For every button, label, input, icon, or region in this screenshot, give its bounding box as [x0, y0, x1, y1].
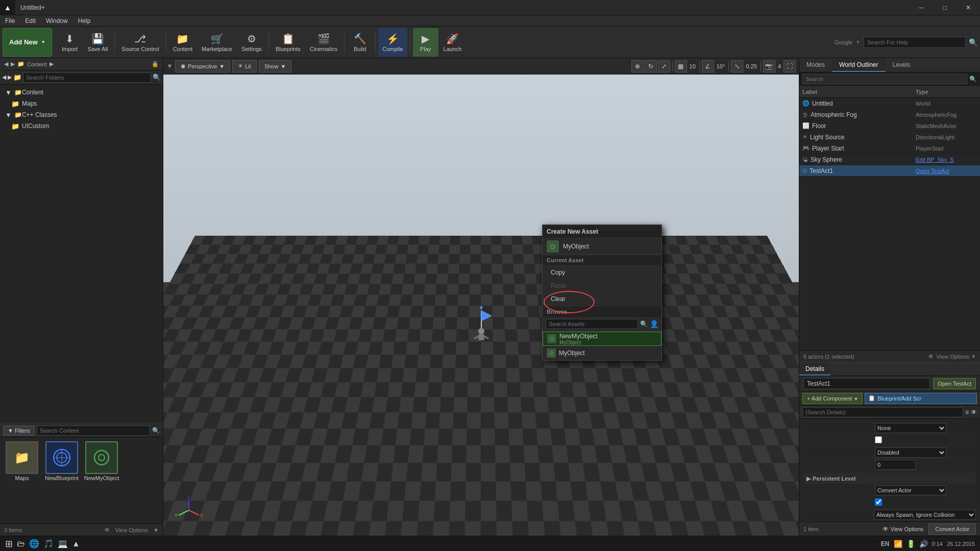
- outliner-row-sky[interactable]: 🌤 Sky Sphere Edit BP_Sky_S: [799, 154, 980, 165]
- outliner-row-light[interactable]: ☀ Light Source DirectionalLight: [799, 132, 980, 143]
- row-type-sky[interactable]: Edit BP_Sky_S: [916, 157, 977, 163]
- scale-snap-btn[interactable]: ⤡: [731, 60, 743, 72]
- menu-window[interactable]: Window: [41, 15, 73, 26]
- blueprint-add-script-button[interactable]: 📋 Blueprint/Add Scr: [865, 393, 977, 404]
- cm-asset-row[interactable]: ⊙ MyObject: [543, 238, 662, 255]
- content-item-myobject[interactable]: NewMyObject: [84, 441, 119, 481]
- grid-snap-btn[interactable]: ▦: [675, 60, 687, 72]
- cm-user-icon[interactable]: 👤: [650, 320, 658, 328]
- spawn-dropdown[interactable]: Always Spawn, Ignore Collision: [874, 510, 976, 520]
- scale-tool[interactable]: ⤢: [658, 60, 670, 72]
- actor-name-input[interactable]: [803, 378, 930, 389]
- content-item-blueprint[interactable]: NewBlueprint: [44, 441, 80, 481]
- minimize-button[interactable]: ─: [910, 0, 933, 15]
- camera-speed-btn[interactable]: 📷: [763, 60, 775, 72]
- row-type-testact[interactable]: Open TestAct: [916, 168, 977, 174]
- source-control-button[interactable]: ⎇ Source Control: [117, 28, 163, 57]
- cm-asset-newmyobject[interactable]: ⊙ NewMyObject MyObject: [543, 332, 662, 346]
- open-testact-button[interactable]: Open TestAct: [933, 378, 976, 389]
- play-button[interactable]: ▶ Play: [413, 28, 438, 57]
- folder-item-content[interactable]: ▼ 📁 Content: [0, 87, 163, 98]
- folder-back-icon[interactable]: ◀: [2, 74, 6, 81]
- view-options[interactable]: View Options: [115, 527, 149, 533]
- maximize-button[interactable]: □: [933, 0, 957, 15]
- tab-world-outliner[interactable]: World Outliner: [832, 58, 885, 72]
- search-help-icon[interactable]: 🔍: [969, 38, 977, 46]
- folder-search-icon[interactable]: 🔍: [153, 73, 161, 81]
- details-search-input[interactable]: [802, 407, 963, 417]
- cm-copy[interactable]: Copy: [543, 266, 662, 279]
- translate-tool[interactable]: ⊕: [631, 60, 644, 72]
- details-view-eye[interactable]: 👁: [883, 525, 889, 533]
- tab-details[interactable]: Details: [799, 363, 830, 375]
- back-icon[interactable]: ◀: [4, 61, 8, 67]
- cm-search-input[interactable]: [546, 319, 638, 329]
- convert-actor-button[interactable]: Convert Actor: [928, 523, 976, 535]
- cm-clear[interactable]: Clear: [543, 292, 662, 306]
- compile-button[interactable]: ⚡ Compile: [378, 28, 407, 57]
- outliner-row-fog[interactable]: 🌫 Atmospheric Fog AtmosphericFog: [799, 109, 980, 120]
- menu-help[interactable]: Help: [73, 15, 96, 26]
- content-button[interactable]: 📁 Content: [169, 28, 197, 57]
- content-search-icon[interactable]: 🔍: [152, 427, 160, 434]
- viewport-canvas[interactable]: X Y Z: [163, 74, 799, 536]
- detail-input-zero[interactable]: [875, 460, 916, 470]
- cm-search-icon[interactable]: 🔍: [640, 320, 648, 328]
- outliner-search-icon[interactable]: 🔍: [969, 76, 977, 83]
- forward-icon[interactable]: ▶: [11, 61, 15, 67]
- angle-snap-btn[interactable]: ∠: [702, 60, 714, 72]
- none-dropdown[interactable]: None: [875, 423, 946, 433]
- code-icon[interactable]: 💻: [58, 539, 68, 548]
- outliner-search-input[interactable]: [802, 74, 967, 84]
- add-new-button[interactable]: Add New ▼: [3, 28, 52, 57]
- launch-button[interactable]: 🚀 Launch: [439, 28, 466, 57]
- outliner-view-options[interactable]: View Options: [936, 354, 969, 360]
- cm-asset-myobject[interactable]: ⊙ MyObject: [543, 346, 662, 360]
- details-list-icon[interactable]: ≡: [965, 409, 969, 416]
- tab-modes[interactable]: Modes: [799, 58, 832, 72]
- disabled-dropdown[interactable]: Disabled: [875, 447, 946, 458]
- details-eye-icon[interactable]: 👁: [971, 409, 977, 416]
- ue4-icon[interactable]: ▲: [72, 539, 80, 548]
- close-button[interactable]: ✕: [957, 0, 980, 15]
- content-search-input[interactable]: [37, 425, 150, 436]
- rotate-tool[interactable]: ↻: [645, 60, 657, 72]
- cinematics-button[interactable]: 🎬 Cinematics: [306, 28, 341, 57]
- marketplace-button[interactable]: 🛒 Marketplace: [198, 28, 236, 57]
- outliner-row-floor[interactable]: ⬜ Floor StaticMeshActor: [799, 120, 980, 132]
- section-header-persistent[interactable]: ▶ Persistent Level: [803, 473, 976, 484]
- outliner-row-testact[interactable]: ⊙ TestAct1 Open TestAct: [799, 165, 980, 177]
- add-component-button[interactable]: + Add Component ▼: [802, 393, 863, 404]
- content-item-maps[interactable]: 📁 Maps: [4, 441, 40, 481]
- outliner-row-playerstart[interactable]: 🎮 Player Start PlayerStart: [799, 143, 980, 154]
- menu-file[interactable]: File: [0, 15, 20, 26]
- menu-edit[interactable]: Edit: [20, 15, 41, 26]
- folder-forward-icon[interactable]: ▶: [8, 74, 12, 81]
- folder-home-icon[interactable]: 📁: [13, 73, 21, 81]
- filters-button[interactable]: ▼ Filters: [3, 425, 35, 436]
- lock-icon[interactable]: 🔒: [152, 61, 159, 67]
- folder-search-input[interactable]: [23, 72, 151, 83]
- detail-checkbox[interactable]: [875, 436, 882, 443]
- viewport[interactable]: ▼ ◉ Perspective ▼ ☀ Lit Show ▼ ⊕ ↻ ⤢ ▦ 1…: [163, 58, 799, 536]
- vp-toggle[interactable]: ▼: [166, 62, 173, 70]
- search-help-input[interactable]: [864, 37, 966, 48]
- convert-actor-dropdown[interactable]: Convert Actor: [875, 485, 946, 495]
- perspective-button[interactable]: ◉ Perspective ▼: [175, 60, 230, 72]
- save-all-button[interactable]: 💾 Save All: [84, 28, 112, 57]
- start-button[interactable]: ⊞: [5, 538, 13, 549]
- details-view-options[interactable]: View Options: [891, 526, 924, 532]
- file-explorer-icon[interactable]: 🗁: [17, 539, 25, 548]
- blueprints-button[interactable]: 📋 Blueprints: [272, 28, 305, 57]
- media-icon[interactable]: 🎵: [43, 539, 54, 548]
- folder-item-maps[interactable]: 📁 Maps: [0, 98, 163, 109]
- show-button[interactable]: Show ▼: [259, 60, 291, 72]
- lit-button[interactable]: ☀ Lit: [232, 60, 257, 72]
- view-icon[interactable]: 👁: [104, 527, 110, 534]
- settings-button[interactable]: ⚙ Settings: [237, 28, 266, 57]
- up-icon[interactable]: 📁: [17, 61, 24, 67]
- detail-checkbox2[interactable]: [875, 498, 882, 506]
- import-button[interactable]: ⬇ Import: [57, 28, 83, 57]
- tab-levels[interactable]: Levels: [886, 58, 918, 72]
- folder-item-uicustom[interactable]: 📁 UICustom: [0, 120, 163, 132]
